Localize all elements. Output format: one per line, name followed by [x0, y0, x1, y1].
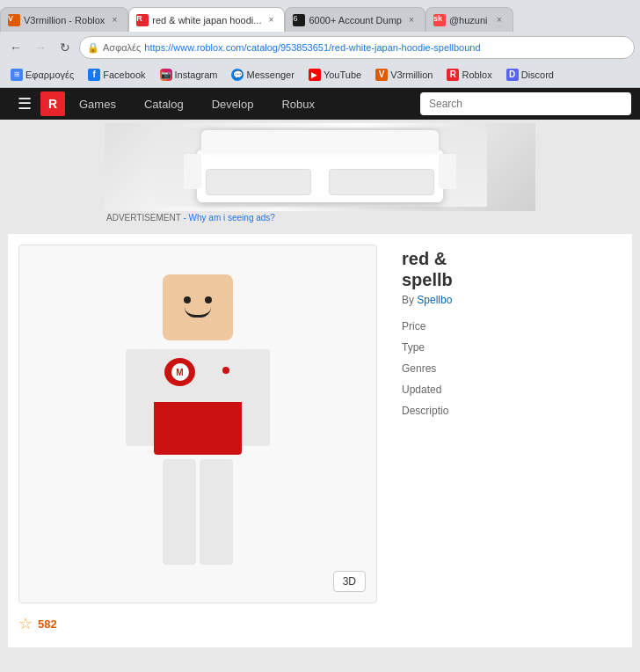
nav-bar: ← → ↻ 🔒 Ασφαλές https://www.roblox.com/c…	[0, 32, 640, 63]
character-torso: M	[154, 349, 242, 455]
tab-close-huzuni[interactable]: ×	[493, 14, 505, 26]
description-label: Descriptio	[402, 405, 622, 417]
back-button[interactable]: ←	[5, 37, 26, 58]
nav-link-develop[interactable]: Develop	[198, 88, 268, 120]
updated-label: Updated	[402, 383, 622, 396]
sofa-back	[201, 130, 439, 153]
bookmark-apps[interactable]: ⊞ Εφαρμογές	[7, 67, 77, 83]
tab-favicon-v3r: V	[8, 14, 20, 26]
item-title-line2: spellb	[402, 270, 453, 289]
item-field-price: Price	[402, 320, 622, 332]
advertisement-section: ADVERTISEMENT - Why am i seeing ads?	[0, 120, 640, 227]
item-preview: M 3D	[18, 245, 388, 637]
sofa-arm-right	[439, 154, 456, 189]
bookmark-instagram[interactable]: 📷 Instagram	[156, 67, 222, 83]
tab-bar: V V3rmillion - Roblox × R red & white ja…	[0, 0, 640, 32]
tab-favicon-roblox: R	[136, 14, 149, 26]
bookmark-messenger-label: Messenger	[246, 69, 294, 80]
patch-text: M	[176, 368, 183, 377]
author-link[interactable]: Spellbo	[417, 294, 452, 306]
character-arm-right	[239, 349, 270, 446]
search-input[interactable]	[420, 92, 631, 115]
ad-label: ADVERTISEMENT - Why am i seeing ads?	[105, 213, 535, 223]
bookmark-instagram-label: Instagram	[175, 69, 218, 80]
address-bar[interactable]: 🔒 Ασφαλές https://www.roblox.com/catalog…	[79, 36, 635, 59]
bookmark-v3rmillion[interactable]: V V3rmillion	[372, 67, 436, 83]
bookmark-youtube[interactable]: ▶ YouTube	[305, 67, 365, 83]
item-field-genres: Genres	[402, 362, 622, 375]
character-arm-left	[126, 349, 156, 446]
bookmark-roblox-label: Roblox	[462, 69, 491, 80]
v3rmillion-icon: V	[375, 69, 388, 81]
tab-title-v3rmillion: V3rmillion - Roblox	[24, 15, 105, 26]
sofa-body	[197, 150, 443, 202]
tab-title-dump: 6000+ Account Dump	[309, 15, 402, 26]
apps-icon: ⊞	[11, 69, 23, 81]
hamburger-menu-icon[interactable]: ☰	[9, 94, 40, 113]
site-content: ☰ R Games Catalog Develop Robux	[0, 88, 640, 672]
catalog-item-page: M 3D	[8, 234, 632, 647]
character-head	[163, 274, 233, 340]
page-bottom	[0, 654, 640, 672]
item-rating: ☆ 582	[18, 610, 388, 637]
character-eye-right	[205, 296, 212, 303]
hoodie-bottom	[154, 402, 242, 455]
roblox-character: M	[110, 274, 286, 573]
reload-button[interactable]: ↻	[55, 37, 76, 58]
character-leg-right	[200, 459, 233, 565]
character-eye-left	[184, 296, 191, 303]
tab-huzuni[interactable]: sk @huzuni ×	[425, 7, 513, 32]
sofa-cushion-right	[329, 169, 434, 195]
tab-account-dump[interactable]: 6 6000+ Account Dump ×	[285, 7, 425, 32]
bookmark-facebook[interactable]: f Facebook	[84, 67, 149, 83]
patch-logo: M	[171, 363, 189, 381]
tab-title-huzuni: @huzuni	[449, 15, 490, 26]
sofa-cushion-left	[206, 169, 311, 195]
bookmark-discord-label: Discord	[521, 69, 554, 80]
tab-close-dump[interactable]: ×	[405, 14, 418, 26]
tab-close-roblox[interactable]: ×	[265, 14, 277, 26]
roblox-logo[interactable]: R	[40, 91, 65, 116]
roblox-bm-icon: R	[447, 69, 459, 81]
view-3d-button[interactable]: 3D	[333, 571, 366, 592]
character-face	[171, 296, 224, 323]
why-ads-link[interactable]: - Why am i seeing ads?	[183, 213, 275, 223]
bookmark-messenger[interactable]: 💬 Messenger	[228, 67, 297, 83]
forward-button[interactable]: →	[30, 37, 51, 58]
tab-close-v3rmillion[interactable]: ×	[108, 14, 120, 26]
star-icon[interactable]: ☆	[18, 614, 33, 633]
facebook-icon: f	[88, 69, 100, 81]
character-eyes	[184, 296, 212, 303]
item-image-box: M 3D	[18, 245, 377, 603]
nav-link-robux[interactable]: Robux	[267, 88, 329, 120]
hoodie-patch: M	[164, 358, 195, 386]
sofa-visual	[153, 128, 487, 207]
tab-roblox-catalog[interactable]: R red & white japan hoodi... ×	[128, 7, 285, 32]
tab-favicon-sk: sk	[433, 14, 446, 26]
author-prefix: By	[402, 294, 417, 306]
nav-link-catalog[interactable]: Catalog	[130, 88, 198, 120]
tab-title-roblox: red & white japan hoodi...	[152, 15, 261, 26]
ad-image	[105, 123, 535, 211]
character-smile	[185, 307, 211, 318]
security-lock-icon: 🔒	[87, 42, 99, 54]
nav-link-games[interactable]: Games	[65, 88, 130, 120]
bookmark-discord[interactable]: D Discord	[503, 67, 557, 83]
bookmark-apps-label: Εφαρμογές	[25, 69, 74, 80]
type-label: Type	[402, 341, 622, 354]
item-author: By Spellbo	[402, 294, 622, 306]
roblox-nav-links: Games Catalog Develop Robux	[65, 88, 420, 120]
item-title-line1: red &	[402, 249, 447, 268]
item-details: red & spellb By Spellbo Price Type Genre…	[402, 245, 622, 637]
bookmark-youtube-label: YouTube	[324, 69, 361, 80]
bookmark-roblox[interactable]: R Roblox	[443, 67, 495, 83]
instagram-icon: 📷	[160, 69, 172, 81]
tab-v3rmillion[interactable]: V V3rmillion - Roblox ×	[0, 7, 128, 32]
hoodie-button	[222, 367, 229, 374]
item-field-updated: Updated	[402, 383, 622, 396]
hoodie-top: M	[154, 349, 242, 402]
address-url: https://www.roblox.com/catalog/953853651…	[144, 42, 480, 53]
sofa-arm-left	[184, 154, 201, 189]
character-leg-left	[163, 459, 196, 565]
bookmark-facebook-label: Facebook	[103, 69, 145, 80]
